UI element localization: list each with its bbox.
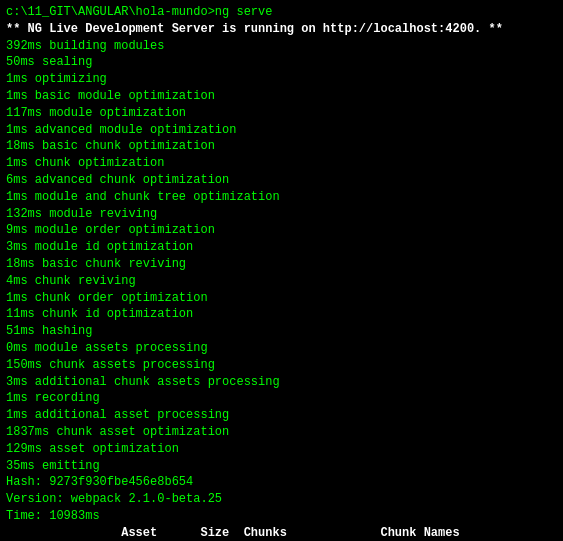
terminal-line: Version: webpack 2.1.0-beta.25 [6,491,557,508]
terminal-line: 392ms building modules [6,38,557,55]
terminal-line: 1ms optimizing [6,71,557,88]
terminal-line: Time: 10983ms [6,508,557,525]
terminal-line: 1ms module and chunk tree optimization [6,189,557,206]
terminal-line: 150ms chunk assets processing [6,357,557,374]
terminal-line: 4ms chunk reviving [6,273,557,290]
terminal-line: Asset Size Chunks Chunk Names [6,525,557,541]
terminal-line: 1ms chunk optimization [6,155,557,172]
terminal-line: 35ms emitting [6,458,557,475]
terminal-line: 1ms recording [6,390,557,407]
terminal-line: ** NG Live Development Server is running… [6,21,557,38]
terminal-line: 50ms sealing [6,54,557,71]
terminal-line: 3ms module id optimization [6,239,557,256]
terminal-line: 51ms hashing [6,323,557,340]
terminal-line: 129ms asset optimization [6,441,557,458]
terminal-line: 6ms advanced chunk optimization [6,172,557,189]
terminal-line: 132ms module reviving [6,206,557,223]
terminal-line: 18ms basic chunk optimization [6,138,557,155]
terminal-line: 3ms additional chunk assets processing [6,374,557,391]
terminal-line: c:\11_GIT\ANGULAR\hola-mundo>ng serve [6,4,557,21]
terminal-line: 117ms module optimization [6,105,557,122]
terminal-line: 1ms additional asset processing [6,407,557,424]
terminal-line: 18ms basic chunk reviving [6,256,557,273]
terminal-line: 1ms advanced module optimization [6,122,557,139]
terminal-line: 11ms chunk id optimization [6,306,557,323]
terminal-line: 0ms module assets processing [6,340,557,357]
terminal-line: 1ms basic module optimization [6,88,557,105]
terminal-line: 1837ms chunk asset optimization [6,424,557,441]
terminal-line: 9ms module order optimization [6,222,557,239]
terminal-line: Hash: 9273f930fbe456e8b654 [6,474,557,491]
terminal-line: 1ms chunk order optimization [6,290,557,307]
terminal-window: c:\11_GIT\ANGULAR\hola-mundo>ng serve** … [6,4,557,541]
